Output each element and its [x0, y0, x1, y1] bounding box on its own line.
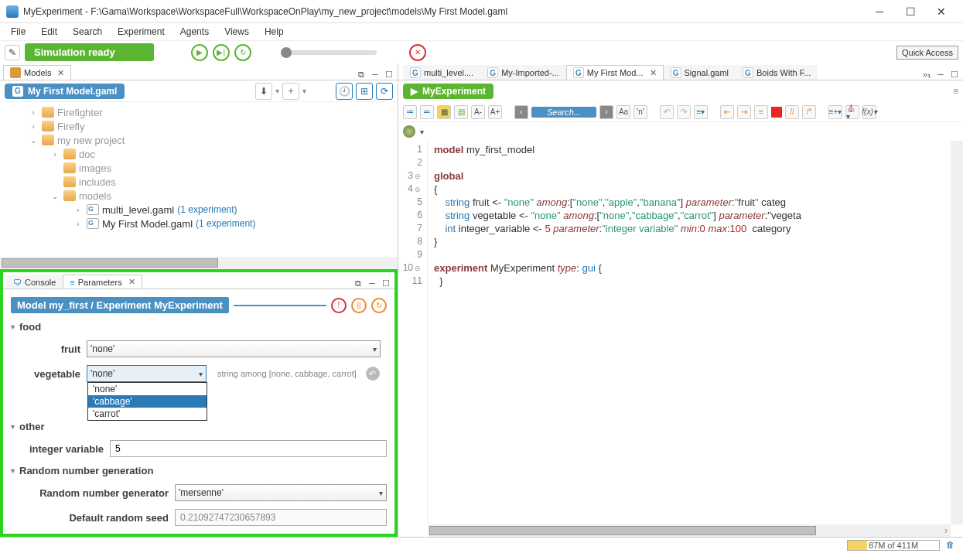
fx-icon[interactable]: f(x)▾	[862, 105, 876, 119]
tab-signal[interactable]: GSignal.gaml	[664, 65, 736, 80]
prev-icon[interactable]: ‹	[514, 105, 528, 119]
format-icon[interactable]: ≡	[754, 105, 768, 119]
tab-models[interactable]: Models ✕	[3, 65, 71, 80]
model-icon[interactable]	[403, 125, 415, 138]
intvar-input[interactable]	[110, 440, 387, 457]
tree-firefighter[interactable]: Firefighter	[57, 107, 103, 118]
tree-mynewproject[interactable]: my new project	[57, 135, 125, 146]
next-icon[interactable]: ›	[599, 105, 613, 119]
tree-h-scroll[interactable]	[0, 257, 398, 269]
veg-option-none[interactable]: 'none'	[88, 383, 207, 395]
undo-arrow-icon[interactable]: ↶	[660, 105, 674, 119]
vegetable-select[interactable]: 'none'▾	[87, 365, 207, 382]
section-rng[interactable]: ▾Random number generation	[11, 465, 387, 476]
templates-icon[interactable]: ⛪▾	[845, 105, 859, 119]
settings-icon[interactable]: ≡	[953, 86, 958, 97]
list2-icon[interactable]: ≕	[420, 105, 434, 119]
memory-indicator[interactable]: 87M of 411M	[847, 540, 940, 551]
step-button[interactable]: ▶|	[213, 44, 230, 61]
quick-access-button[interactable]: Quick Access	[896, 46, 958, 60]
indent-left-icon[interactable]: ⇤	[720, 105, 734, 119]
close-icon[interactable]: ✕	[128, 277, 135, 287]
tab-multi-level[interactable]: Gmulti_level....	[403, 65, 480, 80]
word-icon[interactable]: 'n'	[633, 105, 647, 119]
play-button[interactable]: ▶	[191, 44, 208, 61]
tab-boids[interactable]: GBoids With F...	[736, 65, 818, 80]
maximize-panel-icon[interactable]: ☐	[381, 278, 391, 289]
tree-includes[interactable]: includes	[79, 176, 116, 188]
new-icon[interactable]: ＋	[282, 83, 299, 100]
tree-models[interactable]: models	[79, 190, 111, 202]
refresh-icon[interactable]: ⟳	[376, 83, 393, 100]
gc-trash-icon[interactable]: 🗑	[946, 540, 957, 551]
grid-icon[interactable]: ⊞	[356, 83, 373, 100]
section-food[interactable]: ▾food	[11, 321, 387, 333]
tab-my-first-model[interactable]: GMy First Mod...✕	[566, 65, 664, 80]
menu-views[interactable]: Views	[218, 25, 255, 39]
minimize-panel-icon[interactable]: ─	[367, 278, 377, 289]
add-icon[interactable]: ≡+▾	[828, 105, 842, 119]
tab-parameters[interactable]: ≡ Parameters ✕	[63, 275, 142, 289]
menu-edit[interactable]: Edit	[35, 25, 63, 39]
menu-search[interactable]: Search	[67, 25, 108, 39]
run-experiment-button[interactable]: ▶ MyExperiment	[403, 84, 493, 99]
pause-param-button[interactable]: ||	[351, 298, 367, 313]
fruit-select[interactable]: 'none'▾	[87, 340, 381, 357]
case-icon[interactable]: Aa	[616, 105, 630, 119]
collapse-icon[interactable]: ⧉	[356, 69, 367, 80]
close-icon[interactable]: ✕	[650, 68, 657, 78]
speed-slider[interactable]	[284, 50, 377, 55]
maximize-editor-icon[interactable]: ☐	[949, 69, 960, 80]
color-swatch[interactable]	[771, 107, 782, 118]
tab-my-imported[interactable]: GMy-Imported-...	[480, 65, 566, 80]
editor-h-scroll[interactable]: ›	[428, 524, 951, 537]
menu-agents[interactable]: Agents	[174, 25, 215, 39]
font-inc-icon[interactable]: A+	[488, 105, 502, 119]
section-other[interactable]: ▾other	[11, 421, 387, 432]
tree-images[interactable]: images	[79, 162, 111, 174]
code-editor[interactable]: 123⊖4⊖5678910⊖11 model my_first_model gl…	[398, 141, 963, 524]
tab-console[interactable]: 🗨 Console	[6, 275, 63, 289]
edit-icon[interactable]: ✎	[5, 45, 20, 60]
close-icon[interactable]: ✕	[57, 68, 64, 78]
editor-v-scroll[interactable]	[951, 141, 963, 524]
minimize-button[interactable]: ─	[864, 5, 895, 18]
close-button[interactable]: ✕	[926, 5, 957, 18]
minimize-editor-icon[interactable]: ─	[935, 69, 946, 80]
block-comment-icon[interactable]: /*	[802, 105, 816, 119]
font-dec-icon[interactable]: A-	[471, 105, 485, 119]
revert-icon[interactable]: ↶	[366, 367, 380, 381]
clock-icon[interactable]: 🕘	[336, 83, 353, 100]
project-tree[interactable]: ›Firefighter ›Firefly ⌄my new project ›d…	[0, 102, 398, 257]
veg-option-carrot[interactable]: 'carrot'	[88, 408, 207, 420]
redo-arrow-icon[interactable]: ↷	[677, 105, 691, 119]
block-icon[interactable]: ▦	[437, 105, 451, 119]
code-lines[interactable]: model my_first_model global{ string frui…	[428, 141, 963, 524]
current-file-pill[interactable]: G My First Model.gaml	[5, 84, 125, 99]
tree-doc[interactable]: doc	[79, 149, 95, 160]
veg-option-cabbage[interactable]: 'cabbage'	[88, 395, 207, 408]
menu-file[interactable]: File	[5, 25, 32, 39]
nav-icon[interactable]: ≡▾	[694, 105, 708, 119]
rng-select[interactable]: 'mersenne'▾	[175, 484, 387, 501]
minimize-panel-icon[interactable]: ─	[370, 69, 381, 80]
reload-param-button[interactable]: ↻	[371, 298, 387, 313]
more-tabs-icon[interactable]: »₁	[921, 69, 932, 80]
import-icon[interactable]: ⬇	[255, 83, 272, 100]
error-indicator-icon[interactable]: !	[331, 298, 347, 313]
tree-multi-level[interactable]: multi_level.gaml	[102, 204, 174, 216]
search-input[interactable]: Search...	[531, 107, 596, 118]
menu-experiment[interactable]: Experiment	[111, 25, 171, 39]
tree-first-model[interactable]: My First Model.gaml	[102, 218, 193, 230]
maximize-panel-icon[interactable]: ☐	[384, 69, 394, 80]
indent-right-icon[interactable]: ⇥	[737, 105, 751, 119]
collapse-icon[interactable]: ⧉	[353, 278, 364, 289]
list-icon[interactable]: ≔	[403, 105, 417, 119]
tree-firefly[interactable]: Firefly	[57, 121, 84, 132]
menu-help[interactable]: Help	[258, 25, 290, 39]
green-icon[interactable]: ▤	[454, 105, 468, 119]
comment-icon[interactable]: //	[785, 105, 799, 119]
reload-sim-button[interactable]: ↻	[234, 44, 251, 61]
stop-button[interactable]: ✕	[409, 44, 426, 61]
maximize-button[interactable]: ☐	[895, 5, 926, 18]
